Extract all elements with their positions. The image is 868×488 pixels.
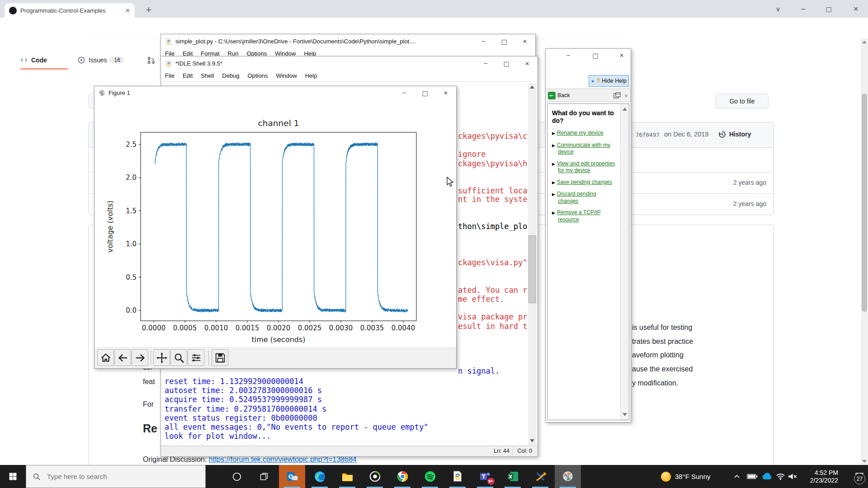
plot-canvas[interactable]: 0.00000.00050.00100.00150.00200.00250.00… <box>94 100 456 349</box>
help-back-button[interactable]: ← Back <box>548 92 570 99</box>
shell-title-bar[interactable]: *IDLE Shell 3.9.5* <box>161 56 538 70</box>
help-link-label[interactable]: Remove a TCP/IP resource <box>557 209 600 223</box>
help-link[interactable]: ▶Remove a TCP/IP resource <box>552 209 618 223</box>
maximize-button[interactable] <box>494 34 514 48</box>
taskbar-weather[interactable]: 38°F Sunny <box>661 465 711 488</box>
maximize-button[interactable] <box>415 86 435 99</box>
scroll-up-icon[interactable] <box>623 108 627 111</box>
pan-button[interactable] <box>153 349 170 366</box>
minimize-button[interactable] <box>559 51 577 61</box>
help-heading: What do you want to do? <box>547 104 629 125</box>
scrollbar-thumb[interactable] <box>528 235 536 303</box>
minimize-button[interactable] <box>394 86 415 99</box>
minimize-button[interactable] <box>473 34 494 48</box>
go-to-file-button[interactable]: Go to file <box>716 94 769 108</box>
help-link-label[interactable]: View and edit properties for my device <box>557 160 615 174</box>
save-button[interactable] <box>212 349 228 366</box>
shell-menu-file[interactable]: File <box>161 70 179 81</box>
close-button[interactable] <box>613 51 631 61</box>
taskbar-app-spotify[interactable] <box>417 465 443 488</box>
browser-close-button[interactable]: ✕ <box>849 4 863 14</box>
taskbar-app-excel[interactable]: X <box>500 465 526 488</box>
task-view-icon[interactable] <box>253 465 275 488</box>
taskbar-clock[interactable]: 4:52 PM 2/23/2022 <box>810 465 838 488</box>
close-button[interactable] <box>517 56 538 70</box>
taskbar-search[interactable] <box>26 465 206 488</box>
taskbar-app-edge[interactable] <box>307 465 333 488</box>
wifi-icon[interactable] <box>776 465 785 488</box>
home-button[interactable] <box>97 349 114 366</box>
maximize-button[interactable] <box>586 51 604 61</box>
taskbar-app-python-file[interactable] <box>444 465 471 488</box>
shell-menu-debug[interactable]: Debug <box>218 70 243 81</box>
cortana-icon[interactable] <box>226 465 248 488</box>
shell-output-fragment: esult in hard t <box>458 322 528 331</box>
help-link[interactable]: ▶View and edit properties for my device <box>552 160 618 174</box>
taskbar-app-matplotlib[interactable] <box>555 465 581 488</box>
chevron-down-icon[interactable]: ∨ <box>624 93 628 99</box>
tab-pull-requests[interactable] <box>147 52 155 68</box>
commit-hash-link[interactable]: 76f0497 <box>636 131 660 138</box>
scroll-up-icon[interactable] <box>530 85 534 89</box>
zoom-to-rect-button[interactable] <box>170 349 187 366</box>
close-button[interactable] <box>514 34 535 48</box>
taskbar-app-teams[interactable]: T9+ <box>472 465 498 488</box>
taskbar-app-anyconnect[interactable] <box>362 465 388 488</box>
battery-icon[interactable] <box>747 465 758 488</box>
browser-minimize-button[interactable]: ─ <box>797 4 810 14</box>
start-button[interactable] <box>0 465 26 488</box>
close-button[interactable] <box>435 86 456 99</box>
taskbar-app-tek[interactable] <box>527 465 553 488</box>
shell-menu-options[interactable]: Options <box>244 70 272 81</box>
help-scrollbar[interactable] <box>620 104 629 420</box>
scroll-down-icon[interactable] <box>623 413 627 416</box>
editor-title-bar[interactable]: simple_plot.py - C:\Users\jmiller3\OneDr… <box>161 34 535 48</box>
taskbar-app-explorer[interactable] <box>334 465 360 488</box>
scroll-up-icon[interactable] <box>862 41 867 43</box>
help-link[interactable]: ▶Save pending changes <box>552 179 618 186</box>
tab-issues[interactable]: Issues 16 <box>78 52 124 68</box>
tab-title: Programmatic-Control-Examples <box>20 7 106 14</box>
back-button[interactable] <box>114 349 131 366</box>
figure-title-bar[interactable]: Figure 1 <box>94 86 456 99</box>
shell-menu-window[interactable]: Window <box>272 70 301 81</box>
help-link-label[interactable]: Discard pending changes <box>557 191 596 204</box>
scroll-down-icon[interactable] <box>530 439 534 442</box>
help-link[interactable]: ▶Communicate with my device <box>552 142 618 155</box>
help-link[interactable]: ▶Discard pending changes <box>552 191 618 204</box>
x-tick-label: 0.0030 <box>329 324 353 332</box>
shell-scrollbar[interactable] <box>528 83 537 445</box>
shell-output-fragment: ckages\pyvisa\h <box>458 159 528 168</box>
minimize-button[interactable] <box>475 56 496 70</box>
shell-menu-help[interactable]: Help <box>301 70 321 81</box>
maximize-button[interactable] <box>496 56 517 70</box>
browser-profile-chevron-icon[interactable]: ∨ <box>771 4 785 14</box>
onedrive-icon[interactable] <box>761 465 773 488</box>
help-link[interactable]: ▶Rename my device <box>552 130 618 137</box>
scrollbar-thumb[interactable] <box>862 94 867 312</box>
search-input[interactable] <box>46 472 175 481</box>
browser-scrollbar[interactable] <box>861 38 868 465</box>
shell-menu-shell[interactable]: Shell <box>197 70 218 81</box>
volume-muted-icon[interactable] <box>788 465 797 488</box>
new-tab-button[interactable]: + <box>142 4 155 16</box>
window-layout-icon[interactable] <box>613 92 621 99</box>
forward-button[interactable] <box>132 349 148 366</box>
notification-center[interactable]: 27 <box>854 465 864 488</box>
shell-output-line: acquire time: 0.5249537999999987 s <box>165 395 322 404</box>
scroll-down-icon[interactable] <box>862 460 867 463</box>
taskbar-app-outlook[interactable]: O <box>279 465 305 488</box>
hide-help-button[interactable]: ➤ ? Hide Help <box>589 75 629 87</box>
help-link-label[interactable]: Save pending changes <box>557 179 612 185</box>
configure-subplots-button[interactable] <box>188 349 204 366</box>
help-link-label[interactable]: Rename my device <box>557 130 604 136</box>
browser-maximize-button[interactable]: □ <box>822 4 835 14</box>
tray-chevron-up-icon[interactable] <box>733 465 741 488</box>
browser-tab[interactable]: Programmatic-Control-Examples ✕ <box>5 3 135 18</box>
tab-close-icon[interactable]: ✕ <box>125 7 130 14</box>
shell-menu-edit[interactable]: Edit <box>179 70 197 81</box>
tab-code[interactable]: Code <box>20 52 47 68</box>
help-link-label[interactable]: Communicate with my device <box>557 142 610 155</box>
history-label[interactable]: History <box>729 131 751 138</box>
taskbar-app-chrome[interactable] <box>389 465 415 488</box>
